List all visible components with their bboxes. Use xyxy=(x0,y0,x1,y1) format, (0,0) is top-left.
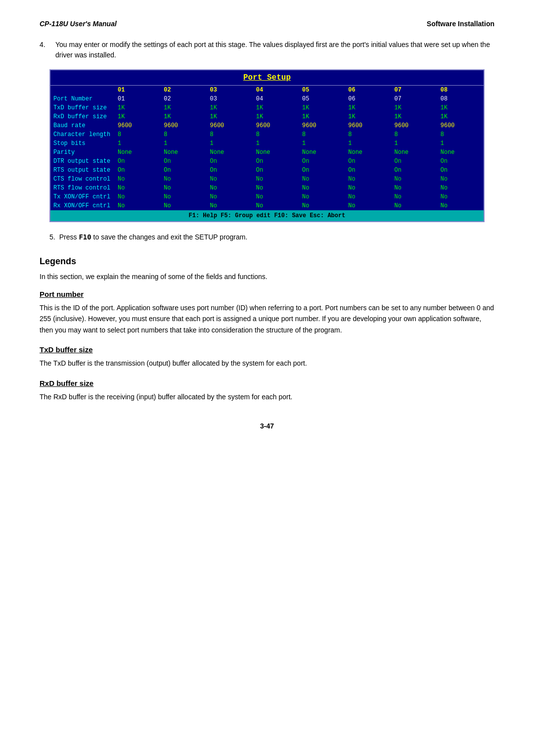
table-row: Stop bits11111111 xyxy=(50,139,484,148)
cell-value: No xyxy=(345,184,391,192)
cell-value: None xyxy=(345,148,391,157)
row-label: CTS flow control xyxy=(50,175,115,184)
step4-intro: 4. You may enter or modify the settings … xyxy=(40,40,494,60)
cell-value: No xyxy=(345,175,391,184)
col-header-02: 02 xyxy=(161,86,207,94)
step5-number: 5. xyxy=(49,232,55,242)
cell-value: 1K xyxy=(299,112,345,121)
table-row: DTR output stateOnOnOnOnOnOnOnOn xyxy=(50,157,484,166)
row-label: TxD buffer size xyxy=(50,103,115,112)
cell-value: On xyxy=(253,157,299,166)
section-title: Software Installation xyxy=(427,20,494,28)
col-header-08: 08 xyxy=(438,86,484,94)
row-label: Port Number xyxy=(50,94,115,103)
cell-value: No xyxy=(253,184,299,192)
cell-value: No xyxy=(207,192,253,201)
cell-value: 1K xyxy=(115,112,161,121)
table-row: Tx XON/OFF cntrlNoNoNoNoNoNoNoNo xyxy=(50,192,484,201)
cell-value: None xyxy=(207,148,253,157)
page-number: 3-47 xyxy=(40,422,494,430)
cell-value: On xyxy=(345,157,391,166)
step4-text: You may enter or modify the settings of … xyxy=(55,40,494,60)
cell-value: 9600 xyxy=(438,121,484,130)
cell-value: 1 xyxy=(299,139,345,148)
cell-value: 1 xyxy=(345,139,391,148)
cell-value: 03 xyxy=(207,94,253,103)
table-row: Port Number0102030405060708 xyxy=(50,94,484,103)
page-header: CP-118U User's Manual Software Installat… xyxy=(40,20,494,28)
cell-value: 01 xyxy=(115,94,161,103)
legends-section: Legends In this section, we explain the … xyxy=(40,256,494,402)
col-header-03: 03 xyxy=(207,86,253,94)
table-row: Character length88888888 xyxy=(50,130,484,139)
cell-value: 8 xyxy=(392,130,438,139)
cell-value: On xyxy=(115,166,161,175)
cell-value: No xyxy=(392,192,438,201)
cell-value: None xyxy=(438,148,484,157)
cell-value: 9600 xyxy=(115,121,161,130)
row-label: RxD buffer size xyxy=(50,112,115,121)
cell-value: No xyxy=(207,175,253,184)
cell-value: No xyxy=(161,192,207,201)
table-row: RxD buffer size1K1K1K1K1K1K1K1K xyxy=(50,112,484,121)
cell-value: 8 xyxy=(345,130,391,139)
cell-value: None xyxy=(299,148,345,157)
table-row: ParityNoneNoneNoneNoneNoneNoneNoneNone xyxy=(50,148,484,157)
cell-value: No xyxy=(115,184,161,192)
table-row: Rx XON/OFF cntrlNoNoNoNoNoNoNoNo xyxy=(50,201,484,210)
row-label: Tx XON/OFF cntrl xyxy=(50,192,115,201)
cell-value: No xyxy=(299,192,345,201)
cell-value: 1K xyxy=(253,112,299,121)
cell-value: None xyxy=(253,148,299,157)
cell-value: No xyxy=(115,192,161,201)
cell-value: No xyxy=(115,175,161,184)
cell-value: 05 xyxy=(299,94,345,103)
cell-value: On xyxy=(438,166,484,175)
cell-value: 8 xyxy=(253,130,299,139)
cell-value: 1K xyxy=(115,103,161,112)
cell-value: 8 xyxy=(438,130,484,139)
cell-value: On xyxy=(207,166,253,175)
cell-value: 1K xyxy=(392,112,438,121)
cell-value: On xyxy=(438,157,484,166)
cell-value: On xyxy=(345,166,391,175)
step5-text: Press F10 to save the changes and exit t… xyxy=(59,232,248,242)
cell-value: 9600 xyxy=(392,121,438,130)
legends-title: Legends xyxy=(40,256,494,267)
cell-value: 9600 xyxy=(207,121,253,130)
cell-value: 06 xyxy=(345,94,391,103)
cell-value: 1 xyxy=(438,139,484,148)
cell-value: 08 xyxy=(438,94,484,103)
col-header-07: 07 xyxy=(392,86,438,94)
cell-value: No xyxy=(438,192,484,201)
manual-title: CP-118U User's Manual xyxy=(40,20,117,28)
cell-value: None xyxy=(161,148,207,157)
row-label: Parity xyxy=(50,148,115,157)
subsection-text-0: This is the ID of the port. Application … xyxy=(40,302,494,335)
subsection-title-0: Port number xyxy=(40,290,494,298)
cell-value: No xyxy=(161,175,207,184)
table-row: RTS flow controlNoNoNoNoNoNoNoNo xyxy=(50,184,484,192)
cell-value: 1K xyxy=(207,112,253,121)
cell-value: No xyxy=(207,201,253,210)
cell-value: No xyxy=(299,184,345,192)
cell-value: 02 xyxy=(161,94,207,103)
cell-value: No xyxy=(207,184,253,192)
cell-value: On xyxy=(115,157,161,166)
cell-value: 1K xyxy=(207,103,253,112)
cell-value: No xyxy=(438,184,484,192)
cell-value: 1K xyxy=(345,112,391,121)
cell-value: No xyxy=(253,192,299,201)
row-label: Baud rate xyxy=(50,121,115,130)
cell-value: No xyxy=(161,184,207,192)
cell-value: On xyxy=(161,166,207,175)
cell-value: 8 xyxy=(299,130,345,139)
cell-value: 1K xyxy=(345,103,391,112)
cell-value: 1K xyxy=(299,103,345,112)
cell-value: No xyxy=(115,201,161,210)
cell-value: 9600 xyxy=(161,121,207,130)
cell-value: No xyxy=(345,201,391,210)
cell-value: 8 xyxy=(161,130,207,139)
cell-value: 07 xyxy=(392,94,438,103)
col-header-05: 05 xyxy=(299,86,345,94)
